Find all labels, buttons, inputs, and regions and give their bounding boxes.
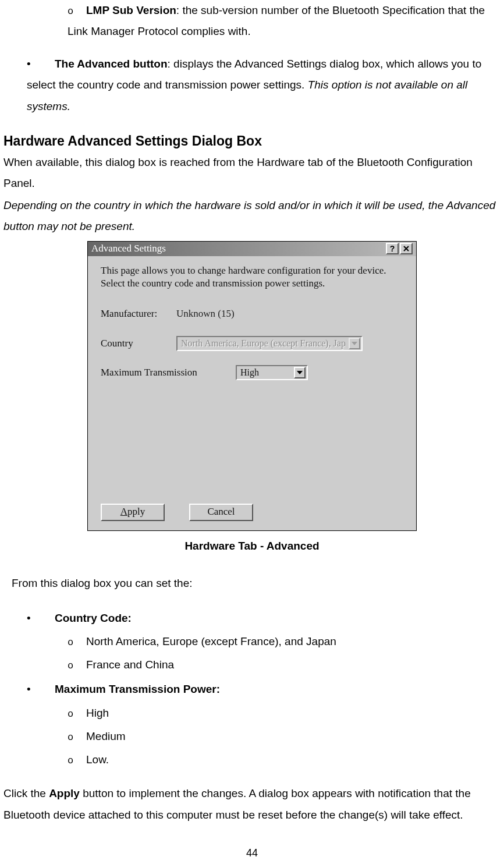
p4-part-a: Click the — [3, 787, 49, 799]
bullet-dot: • — [27, 679, 55, 700]
maxtrans-head: Maximum Transmission Power: — [55, 683, 220, 695]
bullet-dot: • — [27, 54, 55, 75]
country-opt-0: North America, Europe (except France), a… — [86, 635, 336, 647]
dropdown-arrow[interactable] — [294, 367, 306, 378]
country-opt-1: France and China — [86, 658, 174, 671]
maxtrans-opt-2: Low. — [86, 753, 109, 766]
bullet-circle: o — [68, 728, 86, 747]
lmp-label: LMP Sub Version — [86, 4, 176, 16]
bullet-circle: o — [68, 705, 86, 724]
dialog-title-text: Advanced Settings — [91, 239, 385, 258]
dropdown-arrow — [349, 338, 360, 349]
dialog-figure: Advanced Settings ? This page allows you… — [3, 241, 501, 531]
country-label: Country — [101, 334, 176, 353]
row-max-transmission: Maximum Transmission High — [101, 363, 403, 382]
adv-label: The Advanced button — [55, 58, 168, 70]
close-icon — [403, 246, 409, 252]
help-button[interactable]: ? — [386, 243, 399, 254]
list-item: oHigh — [3, 703, 501, 724]
list-item: oMedium — [3, 726, 501, 747]
cancel-label: Cancel — [207, 502, 235, 521]
dialog-button-row: Apply Cancel — [101, 504, 253, 521]
list-item-country-code: •Country Code: — [3, 608, 501, 629]
dialog-body: This page allows you to change hardware … — [88, 256, 416, 401]
options-list: •Country Code: oNorth America, Europe (e… — [3, 608, 501, 771]
page-number: 44 — [3, 843, 501, 863]
bullet-dot: • — [27, 608, 55, 629]
maxtrans-opt-1: Medium — [86, 730, 126, 742]
maxtrans-label: Maximum Transmission — [101, 363, 236, 382]
bullet-circle: o — [68, 752, 86, 770]
p4-apply-word: Apply — [49, 787, 80, 799]
paragraph-1: When available, this dialog box is reach… — [3, 152, 501, 194]
manufacturer-value: Unknown (15) — [176, 304, 235, 323]
close-button[interactable] — [400, 243, 413, 254]
chevron-down-icon — [352, 342, 357, 345]
row-country: Country North America, Europe (except Fr… — [101, 334, 403, 353]
maxtrans-value: High — [240, 364, 290, 381]
apply-button[interactable]: Apply — [101, 504, 165, 521]
dialog-description: This page allows you to change hardware … — [101, 264, 403, 291]
country-code-head: Country Code: — [55, 612, 132, 624]
paragraph-4: Click the Apply button to implement the … — [3, 783, 501, 825]
paragraph-3: From this dialog box you can set the: — [3, 573, 501, 594]
country-dropdown: North America, Europe (except France), J… — [176, 336, 363, 351]
apply-label: Apply — [120, 502, 145, 521]
bullet-circle: o — [68, 633, 86, 652]
bullet-circle: o — [68, 657, 86, 675]
list-item: oNorth America, Europe (except France), … — [3, 631, 501, 652]
bullet-circle: o — [68, 2, 86, 21]
maxtrans-dropdown[interactable]: High — [236, 365, 308, 380]
chevron-down-icon — [297, 371, 303, 374]
list-item: oLow. — [3, 749, 501, 770]
country-value: North America, Europe (except France), J… — [181, 335, 345, 352]
row-manufacturer: Manufacturer: Unknown (15) — [101, 304, 403, 323]
list-item-advanced-button: •The Advanced button: displays the Advan… — [3, 54, 501, 116]
figure-caption: Hardware Tab - Advanced — [3, 536, 501, 557]
list-item: oFrance and China — [3, 654, 501, 675]
cancel-button[interactable]: Cancel — [189, 504, 253, 521]
list-item-lmp: oLMP Sub Version: the sub-version number… — [3, 0, 504, 42]
dialog-titlebar: Advanced Settings ? — [88, 242, 416, 256]
section-heading: Hardware Advanced Settings Dialog Box — [3, 131, 501, 151]
manufacturer-label: Manufacturer: — [101, 304, 176, 323]
advanced-settings-dialog: Advanced Settings ? This page allows you… — [87, 241, 417, 531]
paragraph-2: Depending on the country in which the ha… — [3, 195, 501, 237]
maxtrans-opt-0: High — [86, 707, 109, 719]
list-item-max-trans: •Maximum Transmission Power: — [3, 679, 501, 700]
